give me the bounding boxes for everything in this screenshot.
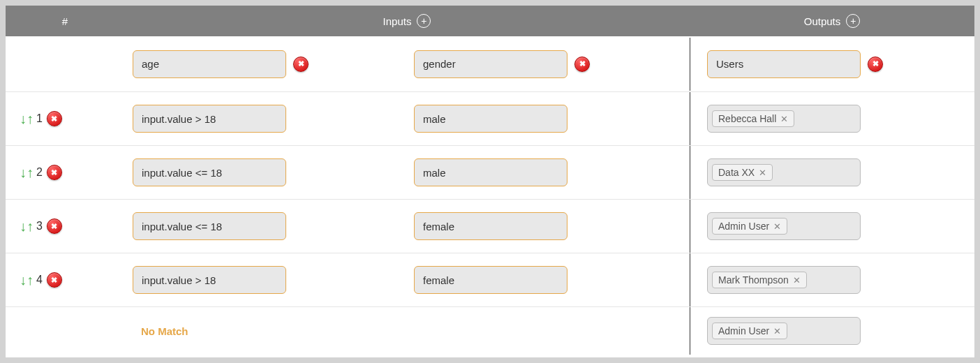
index-cell: ↓ ↑ 1 [6,111,124,126]
delete-output-icon[interactable] [868,57,883,72]
cell-input-a[interactable]: input.value <= 18 [133,212,286,240]
cell-output-nomatch[interactable]: Admin User ✕ [707,317,861,345]
cell-output[interactable]: Data XX ✕ [707,158,861,186]
row-number: 2 [36,166,43,179]
header-index-label: # [62,15,68,27]
cell-input-b[interactable]: female [414,266,567,294]
cell-input-a[interactable]: input.value > 18 [133,105,286,133]
remove-tag-icon[interactable]: ✕ [780,114,788,124]
output-tag-label: Admin User [718,325,769,336]
move-up-icon[interactable]: ↑ [27,112,34,126]
remove-tag-icon[interactable]: ✕ [759,168,766,178]
cell-output[interactable]: Mark Thompson ✕ [707,266,861,294]
cell-input-b[interactable]: male [414,105,567,133]
cell-input-b-text: male [423,113,446,125]
no-match-row: No Match Admin User ✕ [6,307,974,355]
table-header: # Inputs + Outputs + [6,6,974,36]
output-tag: Mark Thompson ✕ [712,272,807,288]
add-input-icon[interactable]: + [417,14,431,28]
table-row: ↓ ↑ 4 input.value > 18 female Mark Thomp… [6,253,974,307]
delete-row-icon[interactable] [47,165,62,180]
inputs-cell: input.value <= 18 male [124,158,690,186]
output-column-text: Users [716,58,743,70]
move-up-icon[interactable]: ↑ [27,273,34,287]
cell-input-b-text: female [423,274,454,286]
output-tag: Data XX ✕ [712,164,773,181]
output-tag-label: Data XX [718,167,755,178]
inputs-cell-nomatch: No Match [124,325,690,337]
remove-tag-icon[interactable]: ✕ [793,275,801,286]
add-output-icon[interactable]: + [846,14,860,28]
inputs-cell: input.value <= 18 female [124,212,690,240]
header-inputs-label: Inputs [383,15,412,27]
delete-row-icon[interactable] [47,218,62,234]
move-up-icon[interactable]: ↑ [27,219,34,233]
table-row: ↓ ↑ 1 input.value > 18 male Rebecca Hall… [6,92,974,146]
cell-input-a[interactable]: input.value <= 18 [133,158,286,186]
header-outputs-label: Outputs [804,15,841,27]
output-tag-label: Admin User [718,221,769,232]
move-down-icon[interactable]: ↓ [20,165,27,179]
cell-input-b-text: female [423,221,454,232]
input-column-a-name[interactable]: age [133,50,286,78]
cell-output[interactable]: Rebecca Hall ✕ [707,105,861,133]
no-match-label: No Match [133,325,188,337]
outputs-cell: Data XX ✕ [690,146,974,199]
move-down-icon[interactable]: ↓ [20,112,27,126]
input-column-b-name[interactable]: gender [414,50,567,78]
delete-row-icon[interactable] [47,272,62,288]
row-number: 1 [36,112,43,125]
move-down-icon[interactable]: ↓ [20,219,27,233]
cell-input-a-text: input.value > 18 [142,274,216,286]
output-tag: Rebecca Hall ✕ [712,110,794,127]
index-cell: ↓ ↑ 2 [6,165,124,180]
cell-input-a[interactable]: input.value > 18 [133,266,286,294]
table-row: ↓ ↑ 2 input.value <= 18 male Data XX ✕ [6,146,974,200]
inputs-cell: input.value > 18 male [124,105,690,133]
cell-input-a-text: input.value <= 18 [142,167,222,179]
header-outputs: Outputs + [690,14,974,28]
outputs-cell: Mark Thompson ✕ [690,253,974,306]
row-number: 4 [36,274,43,286]
output-tag: Admin User ✕ [712,218,787,235]
delete-row-icon[interactable] [47,111,62,126]
output-tag-label: Rebecca Hall [718,113,776,124]
delete-input-b-icon[interactable] [574,57,590,72]
cell-input-b[interactable]: male [414,158,567,186]
inputs-cell-def: age gender [124,50,690,78]
inputs-cell: input.value > 18 female [124,266,690,294]
cell-output[interactable]: Admin User ✕ [707,212,861,240]
index-cell: ↓ ↑ 4 [6,272,124,288]
move-up-icon[interactable]: ↑ [27,165,34,179]
outputs-cell: Admin User ✕ [690,200,974,253]
header-inputs: Inputs + [124,14,690,28]
decision-table: # Inputs + Outputs + age gender Users [6,6,974,357]
remove-tag-icon[interactable]: ✕ [773,326,781,336]
delete-input-a-icon[interactable] [293,57,309,72]
column-def-row: age gender Users [6,36,974,92]
index-cell: ↓ ↑ 3 [6,218,124,234]
input-column-a-text: age [142,58,159,70]
remove-tag-icon[interactable]: ✕ [773,221,781,232]
move-down-icon[interactable]: ↓ [20,273,27,287]
cell-input-a-text: input.value <= 18 [142,221,222,232]
outputs-cell-def: Users [690,38,974,91]
cell-input-a-text: input.value > 18 [142,113,216,125]
input-column-b-text: gender [423,58,456,70]
outputs-cell-nomatch: Admin User ✕ [690,307,974,355]
cell-input-b-text: male [423,167,446,179]
outputs-cell: Rebecca Hall ✕ [690,92,974,145]
output-tag: Admin User ✕ [712,323,787,339]
cell-input-b[interactable]: female [414,212,567,240]
header-index: # [6,15,124,27]
row-number: 3 [36,220,43,232]
output-column-name[interactable]: Users [707,50,861,78]
output-tag-label: Mark Thompson [718,274,789,286]
table-row: ↓ ↑ 3 input.value <= 18 female Admin Use… [6,200,974,253]
